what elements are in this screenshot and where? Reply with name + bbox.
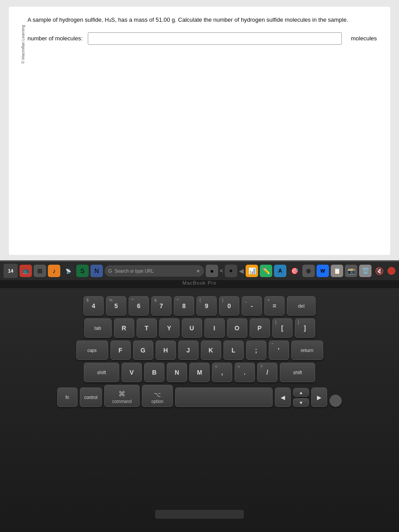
touchbar-icon-target[interactable]: 🎯 bbox=[288, 265, 301, 277]
key-delete[interactable]: del bbox=[287, 296, 316, 316]
touchbar: 14 📺 ⊞ ♪ 📡 S N G Search or type URL ★ ● … bbox=[0, 262, 399, 280]
key-r[interactable]: R bbox=[114, 318, 134, 338]
touchbar-date[interactable]: 14 bbox=[4, 264, 18, 278]
touchbar-icon-app1[interactable]: S bbox=[76, 265, 89, 277]
touchbar-search-text: Search or type URL bbox=[115, 269, 154, 274]
key-space[interactable] bbox=[175, 387, 273, 407]
question-label: A sample of hydrogen sulfide, H₂S, has a… bbox=[27, 16, 348, 23]
key-l[interactable]: L bbox=[223, 340, 244, 360]
option-symbol: ⌥ bbox=[154, 391, 161, 398]
key-9[interactable]: ( 9 bbox=[196, 296, 217, 316]
key-option[interactable]: ⌥ option bbox=[142, 385, 173, 407]
touchbar-red-dot[interactable] bbox=[387, 267, 395, 275]
copyright-text: © Macmillan Learning bbox=[21, 25, 25, 63]
answer-label: number of molecules: bbox=[27, 35, 82, 42]
touchbar-circle[interactable]: ● bbox=[206, 265, 218, 277]
key-h[interactable]: H bbox=[156, 340, 176, 360]
key-fn[interactable]: fn bbox=[57, 387, 78, 407]
key-right-arrow[interactable]: ▶ bbox=[311, 387, 327, 407]
keyboard-row-home: caps F G H J K L : ; " ' return bbox=[0, 340, 399, 360]
key-4[interactable]: $ 4 bbox=[83, 296, 104, 316]
key-comma[interactable]: < , bbox=[212, 363, 232, 382]
key-j[interactable]: J bbox=[178, 340, 199, 360]
touchbar-icon-podcast[interactable]: 📡 bbox=[62, 265, 74, 277]
touchbar-icon-grid[interactable]: ⊞ bbox=[34, 265, 46, 277]
key-control[interactable]: control bbox=[80, 387, 102, 407]
touchbar-icon-tv[interactable]: 📺 bbox=[20, 265, 32, 277]
key-down-arrow[interactable]: ▼ bbox=[293, 398, 309, 407]
key-b[interactable]: B bbox=[144, 363, 164, 382]
key-bracket-close[interactable]: } ] bbox=[295, 318, 315, 338]
key-shift-left[interactable]: shift bbox=[84, 363, 119, 382]
key-v[interactable]: V bbox=[121, 363, 142, 382]
laptop-screen: © Macmillan Learning A sample of hydroge… bbox=[0, 0, 399, 262]
key-7[interactable]: & 7 bbox=[151, 296, 172, 316]
key-k[interactable]: K bbox=[201, 340, 221, 360]
touchbar-speaker[interactable]: ◀ bbox=[239, 267, 244, 274]
keyboard-row-bottom: shift V B N M < , > . ? / shift bbox=[0, 363, 399, 382]
key-5[interactable]: % 5 bbox=[106, 296, 126, 316]
touchbar-icon-pen[interactable]: ✏️ bbox=[260, 265, 272, 277]
key-6[interactable]: ^ 6 bbox=[129, 296, 149, 316]
key-o[interactable]: O bbox=[227, 318, 247, 338]
keyboard-row-modifiers: fn control ⌘ command ⌥ option ◀ ▲ ▼ ▶ bbox=[0, 385, 399, 407]
key-f[interactable]: F bbox=[110, 340, 131, 360]
key-y[interactable]: Y bbox=[159, 318, 180, 338]
key-minus[interactable]: _ - bbox=[242, 296, 262, 316]
key-slash[interactable]: ? / bbox=[257, 363, 278, 382]
screen-content: © Macmillan Learning A sample of hydroge… bbox=[9, 7, 390, 255]
command-symbol: ⌘ bbox=[118, 390, 125, 398]
key-dot[interactable] bbox=[329, 395, 342, 407]
command-label: command bbox=[112, 399, 132, 404]
key-equals[interactable]: + = bbox=[264, 296, 285, 316]
touchbar-icon-w[interactable]: W bbox=[317, 265, 329, 277]
touchbar-search[interactable]: G Search or type URL ★ bbox=[105, 265, 204, 277]
key-0[interactable]: ) 0 bbox=[219, 296, 239, 316]
touchbar-icon-music[interactable]: ♪ bbox=[48, 265, 60, 277]
option-label: option bbox=[151, 399, 163, 404]
key-u[interactable]: U bbox=[182, 318, 202, 338]
key-period[interactable]: > . bbox=[235, 363, 255, 382]
touchbar-icon-camera[interactable]: 📸 bbox=[345, 265, 357, 277]
key-bracket-open[interactable]: { [ bbox=[272, 318, 293, 338]
key-command-left[interactable]: ⌘ command bbox=[104, 385, 140, 407]
touchbar-mute-icon[interactable]: 🔇 bbox=[375, 267, 384, 275]
macbook-label: MacBook Pro bbox=[182, 280, 216, 286]
touchbar-icon-yellow[interactable]: 📊 bbox=[246, 265, 258, 277]
keyboard-area: $ 4 % 5 ^ 6 & 7 * 8 ( 9 ) 0 _ - bbox=[0, 288, 399, 532]
key-left-arrow[interactable]: ◀ bbox=[275, 387, 291, 407]
touchbar-icon-trash[interactable]: 🗑️ bbox=[359, 265, 372, 277]
key-n[interactable]: N bbox=[167, 363, 187, 382]
answer-input[interactable] bbox=[88, 32, 342, 45]
key-g[interactable]: G bbox=[133, 340, 153, 360]
key-quote[interactable]: " ' bbox=[269, 340, 289, 360]
key-t[interactable]: T bbox=[137, 318, 157, 338]
keyboard-row-numbers: $ 4 % 5 ^ 6 & 7 * 8 ( 9 ) 0 _ - bbox=[0, 296, 399, 316]
key-semicolon[interactable]: : ; bbox=[246, 340, 266, 360]
touchbar-icon-a[interactable]: A bbox=[274, 265, 286, 277]
trackpad[interactable] bbox=[155, 510, 244, 519]
key-m[interactable]: M bbox=[189, 363, 210, 382]
key-tab[interactable]: tab bbox=[84, 318, 112, 338]
arrow-keys-vertical: ▲ ▼ bbox=[293, 388, 309, 407]
answer-unit: molecules bbox=[351, 35, 377, 42]
touchbar-icon-globe[interactable]: ⊕ bbox=[302, 265, 315, 277]
key-8[interactable]: * 8 bbox=[174, 296, 194, 316]
key-shift-right[interactable]: shift bbox=[280, 363, 315, 382]
touchbar-star-icon[interactable]: ✦ bbox=[225, 265, 237, 277]
key-p[interactable]: P bbox=[250, 318, 270, 338]
key-return[interactable]: return bbox=[291, 340, 323, 360]
touchbar-icon-clipboard[interactable]: 📋 bbox=[331, 265, 343, 277]
answer-row: number of molecules: molecules bbox=[22, 32, 377, 45]
keyboard-row-top: tab R T Y U I O P { [ } ] bbox=[0, 318, 399, 338]
question-text: A sample of hydrogen sulfide, H₂S, has a… bbox=[22, 16, 377, 24]
touchbar-chevron[interactable]: < bbox=[220, 268, 223, 274]
key-up-arrow[interactable]: ▲ bbox=[293, 388, 309, 397]
key-i[interactable]: I bbox=[204, 318, 225, 338]
key-caps[interactable]: caps bbox=[76, 340, 108, 360]
touchbar-icon-app2[interactable]: N bbox=[90, 265, 103, 277]
